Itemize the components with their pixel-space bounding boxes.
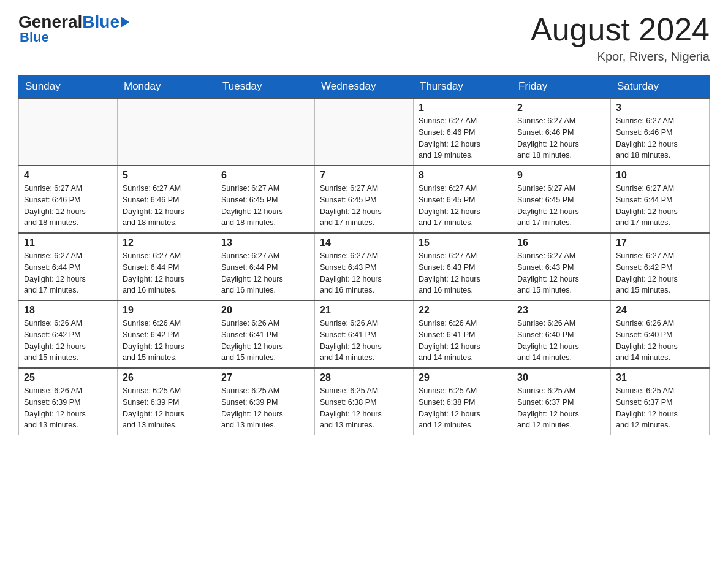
day-info: Sunrise: 6:26 AM Sunset: 6:41 PM Dayligh… <box>419 318 507 364</box>
day-number: 17 <box>616 237 704 248</box>
day-info: Sunrise: 6:27 AM Sunset: 6:46 PM Dayligh… <box>419 115 507 161</box>
day-number: 22 <box>419 305 507 316</box>
day-info: Sunrise: 6:27 AM Sunset: 6:44 PM Dayligh… <box>123 250 211 296</box>
day-info: Sunrise: 6:27 AM Sunset: 6:45 PM Dayligh… <box>221 183 309 229</box>
day-number: 2 <box>517 102 605 113</box>
calendar-cell: 18Sunrise: 6:26 AM Sunset: 6:42 PM Dayli… <box>19 301 118 368</box>
day-info: Sunrise: 6:27 AM Sunset: 6:42 PM Dayligh… <box>616 250 704 296</box>
day-number: 5 <box>123 170 211 181</box>
day-number: 23 <box>517 305 605 316</box>
day-number: 16 <box>517 237 605 248</box>
day-info: Sunrise: 6:25 AM Sunset: 6:37 PM Dayligh… <box>517 385 605 431</box>
calendar-cell: 17Sunrise: 6:27 AM Sunset: 6:42 PM Dayli… <box>611 233 710 301</box>
day-info: Sunrise: 6:26 AM Sunset: 6:41 PM Dayligh… <box>221 318 309 364</box>
day-info: Sunrise: 6:27 AM Sunset: 6:44 PM Dayligh… <box>24 250 112 296</box>
calendar-cell: 26Sunrise: 6:25 AM Sunset: 6:39 PM Dayli… <box>118 368 216 435</box>
day-number: 29 <box>419 372 507 383</box>
logo-arrow-icon <box>121 17 129 28</box>
calendar-cell: 28Sunrise: 6:25 AM Sunset: 6:38 PM Dayli… <box>315 368 414 435</box>
logo-blue-text: Blue <box>82 12 129 32</box>
day-number: 31 <box>616 372 704 383</box>
calendar-cell: 31Sunrise: 6:25 AM Sunset: 6:37 PM Dayli… <box>611 368 710 435</box>
week-row-4: 18Sunrise: 6:26 AM Sunset: 6:42 PM Dayli… <box>19 301 710 368</box>
day-info: Sunrise: 6:27 AM Sunset: 6:45 PM Dayligh… <box>320 183 408 229</box>
weekday-header-row: SundayMondayTuesdayWednesdayThursdayFrid… <box>19 75 710 99</box>
calendar-cell: 23Sunrise: 6:26 AM Sunset: 6:40 PM Dayli… <box>512 301 611 368</box>
calendar-table: SundayMondayTuesdayWednesdayThursdayFrid… <box>18 75 710 435</box>
calendar-cell: 20Sunrise: 6:26 AM Sunset: 6:41 PM Dayli… <box>216 301 315 368</box>
calendar-cell: 19Sunrise: 6:26 AM Sunset: 6:42 PM Dayli… <box>118 301 216 368</box>
day-info: Sunrise: 6:25 AM Sunset: 6:38 PM Dayligh… <box>320 385 408 431</box>
calendar-cell: 16Sunrise: 6:27 AM Sunset: 6:43 PM Dayli… <box>512 233 611 301</box>
week-row-5: 25Sunrise: 6:26 AM Sunset: 6:39 PM Dayli… <box>19 368 710 435</box>
day-number: 28 <box>320 372 408 383</box>
day-info: Sunrise: 6:26 AM Sunset: 6:39 PM Dayligh… <box>24 385 112 431</box>
weekday-header-tuesday: Tuesday <box>216 75 315 99</box>
day-number: 24 <box>616 305 704 316</box>
weekday-header-thursday: Thursday <box>414 75 512 99</box>
calendar-cell <box>216 98 315 166</box>
calendar-cell: 10Sunrise: 6:27 AM Sunset: 6:44 PM Dayli… <box>611 166 710 233</box>
day-info: Sunrise: 6:27 AM Sunset: 6:46 PM Dayligh… <box>517 115 605 161</box>
logo: General Blue Blue <box>18 12 129 45</box>
title-block: August 2024 Kpor, Rivers, Nigeria <box>531 12 710 64</box>
day-number: 4 <box>24 170 112 181</box>
day-number: 19 <box>123 305 211 316</box>
day-info: Sunrise: 6:27 AM Sunset: 6:45 PM Dayligh… <box>517 183 605 229</box>
day-number: 18 <box>24 305 112 316</box>
weekday-header-wednesday: Wednesday <box>315 75 414 99</box>
calendar-cell: 12Sunrise: 6:27 AM Sunset: 6:44 PM Dayli… <box>118 233 216 301</box>
day-number: 1 <box>419 102 507 113</box>
day-number: 21 <box>320 305 408 316</box>
day-number: 26 <box>123 372 211 383</box>
day-info: Sunrise: 6:27 AM Sunset: 6:45 PM Dayligh… <box>419 183 507 229</box>
calendar-cell: 25Sunrise: 6:26 AM Sunset: 6:39 PM Dayli… <box>19 368 118 435</box>
calendar-cell: 22Sunrise: 6:26 AM Sunset: 6:41 PM Dayli… <box>414 301 512 368</box>
logo-subtitle: Blue <box>20 29 49 45</box>
day-number: 9 <box>517 170 605 181</box>
calendar-cell <box>118 98 216 166</box>
day-info: Sunrise: 6:26 AM Sunset: 6:40 PM Dayligh… <box>616 318 704 364</box>
day-info: Sunrise: 6:26 AM Sunset: 6:42 PM Dayligh… <box>123 318 211 364</box>
calendar-cell: 14Sunrise: 6:27 AM Sunset: 6:43 PM Dayli… <box>315 233 414 301</box>
day-info: Sunrise: 6:27 AM Sunset: 6:44 PM Dayligh… <box>221 250 309 296</box>
day-number: 11 <box>24 237 112 248</box>
calendar-cell: 21Sunrise: 6:26 AM Sunset: 6:41 PM Dayli… <box>315 301 414 368</box>
day-number: 10 <box>616 170 704 181</box>
day-info: Sunrise: 6:25 AM Sunset: 6:38 PM Dayligh… <box>419 385 507 431</box>
weekday-header-friday: Friday <box>512 75 611 99</box>
calendar-cell: 7Sunrise: 6:27 AM Sunset: 6:45 PM Daylig… <box>315 166 414 233</box>
day-number: 27 <box>221 372 309 383</box>
day-info: Sunrise: 6:27 AM Sunset: 6:46 PM Dayligh… <box>616 115 704 161</box>
day-info: Sunrise: 6:25 AM Sunset: 6:37 PM Dayligh… <box>616 385 704 431</box>
day-info: Sunrise: 6:27 AM Sunset: 6:46 PM Dayligh… <box>123 183 211 229</box>
page-header: General Blue Blue August 2024 Kpor, Rive… <box>18 12 710 64</box>
weekday-header-sunday: Sunday <box>19 75 118 99</box>
weekday-header-monday: Monday <box>118 75 216 99</box>
calendar-cell: 6Sunrise: 6:27 AM Sunset: 6:45 PM Daylig… <box>216 166 315 233</box>
day-info: Sunrise: 6:26 AM Sunset: 6:40 PM Dayligh… <box>517 318 605 364</box>
calendar-cell: 24Sunrise: 6:26 AM Sunset: 6:40 PM Dayli… <box>611 301 710 368</box>
logo-blue-word: Blue <box>82 12 119 32</box>
day-info: Sunrise: 6:27 AM Sunset: 6:43 PM Dayligh… <box>517 250 605 296</box>
calendar-cell: 4Sunrise: 6:27 AM Sunset: 6:46 PM Daylig… <box>19 166 118 233</box>
day-number: 8 <box>419 170 507 181</box>
month-title: August 2024 <box>531 12 710 47</box>
calendar-cell: 27Sunrise: 6:25 AM Sunset: 6:39 PM Dayli… <box>216 368 315 435</box>
day-number: 14 <box>320 237 408 248</box>
location-text: Kpor, Rivers, Nigeria <box>531 50 710 64</box>
week-row-2: 4Sunrise: 6:27 AM Sunset: 6:46 PM Daylig… <box>19 166 710 233</box>
calendar-cell: 1Sunrise: 6:27 AM Sunset: 6:46 PM Daylig… <box>414 98 512 166</box>
day-number: 7 <box>320 170 408 181</box>
day-info: Sunrise: 6:27 AM Sunset: 6:43 PM Dayligh… <box>320 250 408 296</box>
day-info: Sunrise: 6:26 AM Sunset: 6:41 PM Dayligh… <box>320 318 408 364</box>
calendar-cell: 29Sunrise: 6:25 AM Sunset: 6:38 PM Dayli… <box>414 368 512 435</box>
weekday-header-saturday: Saturday <box>611 75 710 99</box>
day-number: 6 <box>221 170 309 181</box>
calendar-cell: 8Sunrise: 6:27 AM Sunset: 6:45 PM Daylig… <box>414 166 512 233</box>
day-info: Sunrise: 6:26 AM Sunset: 6:42 PM Dayligh… <box>24 318 112 364</box>
day-number: 13 <box>221 237 309 248</box>
calendar-cell <box>315 98 414 166</box>
day-info: Sunrise: 6:25 AM Sunset: 6:39 PM Dayligh… <box>123 385 211 431</box>
day-number: 15 <box>419 237 507 248</box>
